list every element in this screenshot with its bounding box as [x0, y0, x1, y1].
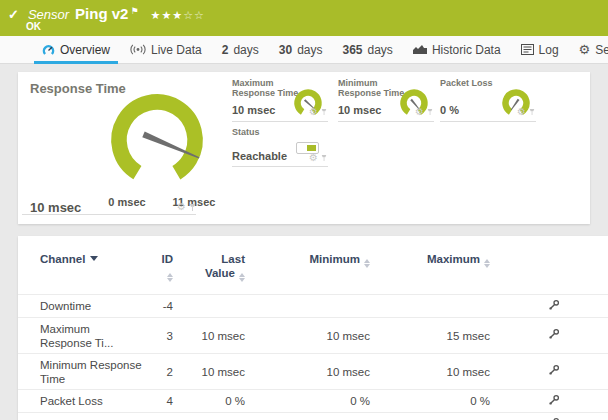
tab-365-days[interactable]: 365 days	[332, 36, 402, 63]
tab-label: Historic Data	[432, 43, 501, 57]
channel-settings-button[interactable]	[548, 328, 560, 340]
channel-maximum: 11 msec	[380, 413, 500, 420]
channel-maximum: 0 %	[380, 390, 500, 413]
overview-content: Response Time 0 msec 11 msec 10 msec ⚙ M…	[0, 64, 608, 420]
column-header-minimum[interactable]: Minimum	[255, 246, 380, 295]
channel-maximum: 10 msec	[380, 354, 500, 390]
sort-icon	[364, 259, 370, 268]
sort-desc-icon	[90, 256, 98, 261]
maximum-response-time-tile: Maximum Response Time 10 msec ⚙	[232, 79, 328, 122]
gear-icon[interactable]: ⚙	[309, 107, 318, 117]
channel-settings-button[interactable]	[548, 417, 560, 420]
packet-loss-tile: Packet Loss 0 % ⚙	[440, 79, 536, 122]
tab-overview[interactable]: Overview	[32, 36, 120, 63]
channel-last-value: 0 %	[183, 390, 255, 413]
tab-live-data[interactable]: Live Data	[120, 36, 212, 63]
channel-last-value: 10 msec	[183, 354, 255, 390]
channels-table-panel: Channel ID LastValue Minimum Maximum Dow…	[18, 236, 608, 420]
channel-last-value	[183, 295, 255, 318]
channel-name[interactable]: Response Time	[18, 413, 153, 420]
pin-icon[interactable]	[427, 108, 433, 116]
gear-icon[interactable]: ⚙	[309, 153, 318, 163]
tile-label: Status	[232, 128, 328, 138]
response-time-gauge	[102, 85, 212, 195]
minimum-response-time-tile: Minimum Response Time 10 msec ⚙	[338, 79, 434, 122]
pin-icon[interactable]	[321, 154, 327, 162]
wrench-icon	[548, 394, 560, 406]
minimum-response-time-value: 10 msec	[338, 104, 381, 116]
channel-minimum: 10 msec	[255, 413, 380, 420]
column-header-last-value[interactable]: LastValue	[183, 246, 255, 295]
maximum-response-time-value: 10 msec	[232, 104, 275, 116]
sort-icon	[484, 259, 490, 268]
channel-id: 0	[153, 413, 183, 420]
response-time-value: 10 msec	[30, 200, 81, 215]
sort-icon	[239, 273, 245, 282]
tab-label: Live Data	[151, 43, 202, 57]
channel-minimum: 10 msec	[255, 318, 380, 354]
stars-empty: ☆☆	[183, 9, 205, 21]
column-header-maximum[interactable]: Maximum	[380, 246, 500, 295]
tab-historic-data[interactable]: Historic Data	[403, 36, 511, 63]
tab-30-days[interactable]: 30 days	[269, 36, 333, 63]
status-badge: OK	[26, 21, 41, 32]
column-header-actions	[500, 246, 608, 295]
gauge-scale-min: 0 msec	[103, 196, 151, 208]
priority-stars[interactable]: ★★★☆☆	[151, 9, 205, 22]
channel-id: 3	[153, 318, 183, 354]
gauges-panel: Response Time 0 msec 11 msec 10 msec ⚙ M…	[18, 72, 590, 224]
sort-icon	[167, 273, 173, 282]
channel-maximum: 15 msec	[380, 318, 500, 354]
tab-2-days[interactable]: 2 days	[212, 36, 269, 63]
column-header-id[interactable]: ID	[153, 246, 183, 295]
channel-settings-button[interactable]	[548, 299, 560, 311]
pin-icon[interactable]	[189, 203, 196, 212]
tab-label: days	[233, 43, 258, 57]
tab-settings[interactable]: ⚙ Settings	[569, 36, 608, 63]
response-time-tile: Response Time 0 msec 11 msec 10 msec ⚙	[18, 72, 232, 224]
wrench-icon	[548, 328, 560, 340]
channel-settings-button[interactable]	[548, 394, 560, 406]
table-row: Downtime -4	[18, 295, 608, 318]
column-header-channel[interactable]: Channel	[18, 246, 153, 295]
gauge-icon	[42, 44, 55, 56]
tab-log[interactable]: Log	[511, 36, 569, 63]
sensor-header: ✓ Sensor Ping v2 ⚑ ★★★☆☆ OK	[0, 0, 608, 36]
wrench-icon	[548, 299, 560, 311]
channel-name[interactable]: Maximum Response Ti...	[18, 318, 153, 354]
status-value: Reachable	[232, 150, 287, 162]
sensor-title: Ping v2	[75, 5, 128, 22]
channel-id: -4	[153, 295, 183, 318]
channel-minimum: 10 msec	[255, 354, 380, 390]
historic-data-icon	[413, 44, 427, 55]
pin-icon[interactable]	[321, 108, 327, 116]
settings-icon: ⚙	[579, 43, 591, 56]
channel-settings-button[interactable]	[548, 364, 560, 376]
gear-icon[interactable]: ⚙	[177, 202, 186, 212]
tab-number: 30	[279, 43, 292, 57]
channel-id: 2	[153, 354, 183, 390]
packet-loss-value: 0 %	[440, 104, 459, 116]
pin-icon[interactable]	[529, 108, 535, 116]
table-row: Response Time 0 10 msec 10 msec 11 msec	[18, 413, 608, 420]
tab-label: days	[368, 43, 393, 57]
tab-label: Log	[539, 43, 559, 57]
stars-filled: ★★★	[151, 9, 184, 21]
channel-name[interactable]: Downtime	[18, 295, 153, 318]
channel-name[interactable]: Packet Loss	[18, 390, 153, 413]
wrench-icon	[548, 417, 560, 420]
tile-divider	[22, 214, 196, 215]
channels-table: Channel ID LastValue Minimum Maximum Dow…	[18, 246, 608, 420]
table-row: Packet Loss 4 0 % 0 % 0 %	[18, 390, 608, 413]
channel-minimum: 0 %	[255, 390, 380, 413]
flag-icon[interactable]: ⚑	[130, 6, 138, 16]
channel-id: 4	[153, 390, 183, 413]
channel-name[interactable]: Minimum Response Time	[18, 354, 153, 390]
table-row: Minimum Response Time 2 10 msec 10 msec …	[18, 354, 608, 390]
gear-icon[interactable]: ⚙	[517, 107, 526, 117]
channel-maximum	[380, 295, 500, 318]
object-category: Sensor	[28, 7, 69, 22]
gear-icon[interactable]: ⚙	[415, 107, 424, 117]
tab-number: 2	[222, 43, 229, 57]
log-icon	[521, 44, 534, 55]
